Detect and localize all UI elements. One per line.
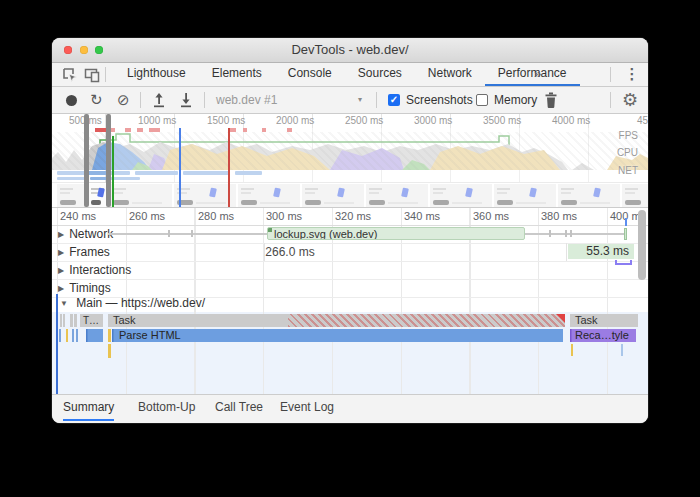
script-micro-bar (571, 344, 573, 356)
tab-elements[interactable]: Elements (199, 63, 275, 84)
micro-event-bar (59, 329, 61, 342)
tab-network[interactable]: Network (415, 63, 485, 84)
request-whisker-tick (549, 230, 551, 237)
request-whisker (525, 233, 624, 235)
network-request-label: lockup.svg (web.dev) (274, 228, 377, 240)
screenshots-checkbox[interactable]: ✓ (388, 94, 400, 106)
overview-ruler-label: 3000 ms (414, 115, 452, 126)
overview-ruler-label: 2500 ms (345, 115, 383, 126)
task-label: Task (113, 314, 136, 326)
record-icon[interactable] (66, 95, 77, 106)
overview-ruler-label: 3500 ms (483, 115, 521, 126)
tab-sources[interactable]: Sources (345, 63, 415, 84)
request-whisker-tick (191, 230, 193, 237)
profile-select-value: web.dev #1 (216, 90, 277, 110)
network-request-bar[interactable]: lockup.svg (web.dev) (267, 227, 525, 240)
timeline-overview[interactable]: 500 ms 1000 ms 1500 ms 2000 ms 2500 ms 3… (52, 114, 648, 208)
detail-ruler-label: 380 ms (541, 210, 577, 222)
bottom-tabbar: Summary Bottom-Up Call Tree Event Log (52, 394, 648, 423)
frames-track-row[interactable]: ▶Frames (52, 243, 648, 262)
tab-summary[interactable]: Summary (63, 395, 114, 421)
collapse-arrow-icon[interactable]: ▶ (58, 230, 64, 239)
parse-html-small-bar[interactable] (86, 329, 103, 342)
overview-ruler-label: 4000 ms (552, 115, 590, 126)
detail-ruler-label: 320 ms (335, 210, 371, 222)
task-bar-truncated[interactable]: T… (80, 314, 103, 327)
network-track-label: Network (69, 227, 113, 241)
collapse-arrow-icon[interactable]: ▶ (58, 266, 64, 275)
detail-ruler-label: 300 ms (266, 210, 302, 222)
frame-duration-label: 266.0 ms (230, 244, 350, 260)
interactions-track-label: Interactions (69, 263, 131, 277)
micro-event-bar (621, 344, 623, 356)
interactions-track-row[interactable]: ▶Interactions (52, 261, 648, 280)
frame-boundary (566, 243, 567, 261)
expand-arrow-icon[interactable]: ▼ (60, 299, 68, 308)
screenshot-thumbnail[interactable] (88, 184, 108, 207)
detail-ruler: 240 ms 260 ms 280 ms 300 ms 320 ms 340 m… (52, 208, 648, 226)
inspect-element-icon[interactable] (61, 66, 79, 84)
detail-ruler-label: 280 ms (198, 210, 234, 222)
recalculate-style-bar[interactable]: Reca…tyle (570, 329, 636, 342)
tab-bottom-up[interactable]: Bottom-Up (138, 395, 195, 419)
script-micro-bar (108, 329, 111, 342)
performance-toolbar: ↻ ⊘ web.dev #1 ▾ ✓ Screenshots Memory (52, 87, 648, 114)
overview-ruler-label: 1500 ms (207, 115, 245, 126)
tab-console[interactable]: Console (275, 63, 345, 84)
request-whisker-tick (570, 230, 572, 237)
save-profile-icon[interactable] (179, 92, 193, 108)
fps-track-label: FPS (619, 130, 638, 141)
net-track-label: NET (618, 165, 638, 176)
collapse-arrow-icon[interactable]: ▶ (58, 248, 64, 257)
tab-call-tree[interactable]: Call Tree (215, 395, 263, 419)
overview-dim-left (52, 128, 84, 207)
main-thread-label: Main — https://web.dev/ (76, 296, 205, 310)
first-paint-marker (112, 136, 114, 207)
selection-handle-right[interactable] (106, 114, 111, 207)
request-whisker-tick (565, 230, 567, 237)
devtools-tabbar: Lighthouse Elements Console Sources Netw… (52, 63, 648, 87)
memory-checkbox[interactable] (476, 94, 488, 106)
task-bar-2[interactable]: Task (570, 314, 638, 327)
micro-task-bar (74, 314, 77, 327)
profile-select[interactable]: web.dev #1 ▾ (212, 90, 364, 110)
devtools-menu-icon[interactable]: ⋮ (624, 63, 640, 85)
cpu-track-label: CPU (617, 147, 638, 158)
vertical-scrollbar[interactable] (638, 210, 646, 280)
micro-event-bar (66, 329, 68, 342)
long-task-hatch (288, 314, 565, 327)
script-micro-bar (108, 344, 111, 358)
screenshots-label[interactable]: Screenshots (406, 87, 473, 113)
main-thread-header[interactable]: ▼ Main — https://web.dev/ (52, 294, 648, 312)
request-whisker (108, 233, 267, 235)
trash-icon[interactable] (544, 92, 558, 108)
overview-ruler-label: 1000 ms (138, 115, 176, 126)
more-tabs-icon[interactable]: » (528, 63, 547, 85)
memory-label[interactable]: Memory (494, 87, 537, 113)
dcl-marker (179, 128, 181, 207)
parse-html-bar[interactable]: Parse HTML (112, 329, 563, 342)
reload-and-profile-icon[interactable]: ↻ (90, 87, 103, 113)
detail-ruler-label: 240 ms (60, 210, 96, 222)
clear-icon[interactable]: ⊘ (117, 87, 130, 113)
timeline-detail[interactable]: 240 ms 260 ms 280 ms 300 ms 320 ms 340 m… (52, 208, 648, 394)
request-whisker-tick (168, 230, 170, 237)
gear-icon[interactable]: ⚙ (622, 87, 638, 113)
micro-task-bar (63, 314, 65, 327)
long-task-bar[interactable]: Task (108, 314, 565, 327)
micro-task-bar (60, 314, 62, 327)
load-profile-icon[interactable] (152, 92, 166, 108)
tab-event-log[interactable]: Event Log (280, 395, 334, 419)
devtools-window: DevTools - web.dev/ Lighthouse Elements … (52, 38, 648, 423)
collapse-arrow-icon[interactable]: ▶ (58, 284, 64, 293)
device-toolbar-icon[interactable] (83, 66, 101, 84)
overview-ruler-label: 2000 ms (276, 115, 314, 126)
selection-handle-left[interactable] (84, 114, 89, 207)
micro-task-bar (70, 314, 73, 327)
tab-lighthouse[interactable]: Lighthouse (114, 63, 199, 84)
network-request-mini-bar[interactable] (624, 228, 627, 240)
dropdown-arrow-icon: ▾ (358, 90, 362, 110)
overview-dim-right (111, 128, 648, 207)
window-title: DevTools - web.dev/ (52, 38, 648, 62)
frame-duration-badge[interactable]: 55.3 ms (568, 244, 634, 259)
